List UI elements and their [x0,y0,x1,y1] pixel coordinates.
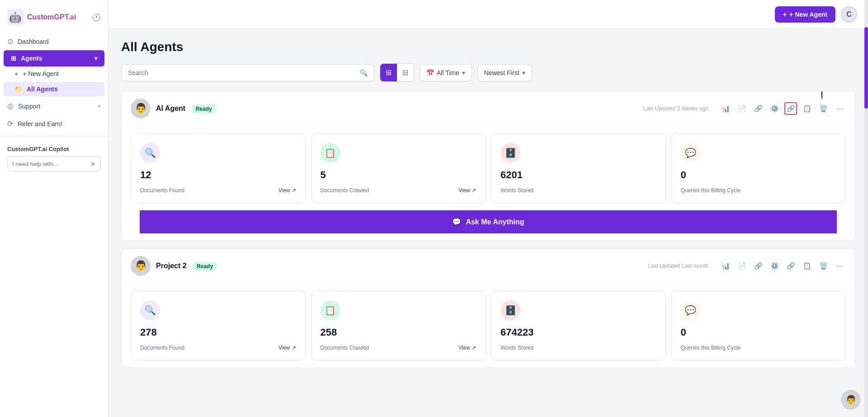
stat-docs-crawled: 📋 5 Documents Crawled View ↗ [311,133,486,203]
user-avatar[interactable]: C [841,6,857,23]
search-input[interactable] [128,69,356,76]
grid-view-button[interactable]: ⊞ [380,64,397,81]
agent-1-stats-icon[interactable]: 📊 [719,102,732,115]
stat-docs-crawled-2-icon-wrap: 📋 [321,300,340,320]
external-link-icon-4: ↗ [472,345,476,351]
agent-1-link-icon[interactable]: 🔗 [752,102,764,115]
stat-docs-crawled-2: 📋 258 Documents Crawled View ↗ [311,291,486,360]
support-chevron-icon: ▾ [98,103,101,109]
arrow-annotation [821,91,822,99]
sidebar-divider [0,136,108,137]
ask-me-anything-bar[interactable]: 💬 Ask Me Anything [140,210,837,233]
sidebar-item-refer[interactable]: ⟳ Refer and Earn! [0,115,108,133]
new-agent-icon: + [14,70,18,77]
stat-docs-crawled-2-view-link[interactable]: View ↗ [458,345,476,351]
copilot-section: CustomGPT.ai Copilot ➤ [0,140,108,177]
stat-docs-found-2: 🔍 278 Documents Found View ↗ [131,291,306,360]
scrollbar-thumb[interactable] [864,27,868,109]
copilot-send-icon[interactable]: ➤ [90,160,96,167]
refer-icon: ⟳ [7,119,13,128]
agent-1-stats-grid: 🔍 12 Documents Found View ↗ 📋 [122,126,855,210]
stat-docs-found: 🔍 12 Documents Found View ↗ [131,133,306,203]
bottom-user-avatar[interactable]: 👨 [841,390,861,410]
agents-icon: ⊞ [11,55,16,62]
agent-2-stats-icon[interactable]: 📊 [719,260,732,272]
stat-docs-crawled-2-row: Documents Crawled View ↗ [321,345,476,351]
agent-2-settings-icon[interactable]: ⚙️ [768,260,781,272]
sidebar-item-support[interactable]: ◎ Support ▾ [0,97,108,115]
external-link-icon-3: ↗ [292,345,296,351]
agent-2-docs-icon[interactable]: 📄 [736,260,748,272]
agent-1-copy-icon[interactable]: 📋 [801,102,813,115]
time-filter-label: All Time [437,69,459,76]
logo-icon: 🤖 [7,9,24,25]
list-view-button[interactable]: ⊟ [397,64,414,81]
agent-1-avatar: 👨 [131,99,151,118]
stat-docs-found-view-link[interactable]: View ↗ [278,187,296,194]
copilot-input[interactable] [12,161,90,167]
toolbar: 🔍 ⊞ ⊟ 📅 All Time ▾ Newest First ▾ [121,63,855,82]
agent-1-settings-icon[interactable]: ⚙️ [768,102,781,115]
stat-words-stored-2-row: Words Stored [500,345,656,351]
stat-docs-crawled-view-link[interactable]: View ↗ [458,187,476,194]
sort-filter[interactable]: Newest First ▾ [477,64,532,81]
stat-docs-crawled-2-label: Documents Crawled [321,345,369,351]
sort-filter-chevron-icon: ▾ [522,69,525,76]
time-filter[interactable]: 📅 All Time ▾ [420,64,472,81]
stat-words-stored-2-label: Words Stored [500,345,533,351]
stat-words-stored-number: 6201 [500,169,656,181]
agent-2-more-icon[interactable]: ⋯ [833,260,846,272]
agent-1-more-icon[interactable]: ⋯ [833,102,846,115]
stat-docs-found-2-row: Documents Found View ↗ [140,345,296,351]
ask-me-anything-label: Ask Me Anything [466,218,524,226]
stat-docs-crawled-row: Documents Crawled View ↗ [321,187,476,194]
document-crawl-icon: 📋 [325,147,336,158]
avatar-letter: C [846,10,852,19]
agent-1-last-updated: Last Updated 3 Weeks ago [643,105,708,112]
external-link-icon-2: ↗ [472,187,476,194]
agent-1-actions: 📊 📄 🔗 ⚙️ 🔗 📋 🗑️ ⋯ [719,102,846,115]
stat-queries: 💬 0 Queries this Billing Cycle [671,133,846,203]
dashboard-icon: ⊙ [7,37,13,46]
agent-1-embed-icon[interactable]: 🔗 [784,102,797,115]
plus-icon: + [783,11,787,18]
clock-icon[interactable]: 🕐 [92,13,101,22]
sidebar-item-dashboard[interactable]: ⊙ Dashboard [0,33,108,50]
stat-docs-found-2-view-link[interactable]: View ↗ [278,345,296,351]
time-filter-chevron-icon: ▾ [462,69,465,76]
stat-words-stored-2: 🗄️ 674223 Words Stored [491,291,666,360]
view-toggle: ⊞ ⊟ [380,63,414,82]
agent-2-embed-icon[interactable]: 🔗 [784,260,797,272]
stat-words-stored: 🗄️ 6201 Words Stored [491,133,666,203]
database-icon: 🗄️ [505,147,516,158]
stat-docs-crawled-label: Documents Crawled [321,187,369,194]
calendar-icon: 📅 [426,69,434,76]
stat-docs-crawled-icon-wrap: 📋 [321,143,340,163]
sidebar-item-support-label: Support [18,103,40,110]
agent-2-name: Project 2 Ready [156,262,642,270]
agent-1-delete-icon[interactable]: 🗑️ [817,102,830,115]
sidebar-item-new-agent[interactable]: + + New Agent [0,66,108,81]
stat-words-stored-2-icon-wrap: 🗄️ [500,300,520,320]
sidebar-item-all-agents[interactable]: 📁 All Agents [4,82,104,96]
stat-docs-found-number: 12 [140,169,296,181]
chevron-down-icon: ▾ [94,55,97,62]
stat-words-stored-icon-wrap: 🗄️ [500,143,520,163]
sidebar-item-new-agent-label: + New Agent [23,70,59,77]
sidebar-item-all-agents-label: All Agents [27,85,58,93]
stat-docs-found-label: Documents Found [140,187,184,194]
new-agent-button[interactable]: + + New Agent [775,6,835,23]
agent-1-name: AI Agent Ready [156,104,637,113]
stat-queries-icon-wrap: 💬 [681,143,701,163]
agent-2-link-icon[interactable]: 🔗 [752,260,764,272]
logo-text: CustomGPT.ai [27,13,76,21]
logo: 🤖 CustomGPT.ai 🕐 [0,7,108,33]
scrollbar-track [864,0,868,417]
agent-2-copy-icon[interactable]: 📋 [801,260,813,272]
sidebar-item-agents-label: Agents [21,55,42,62]
sidebar-item-agents[interactable]: ⊞ Agents ▾ [4,50,104,66]
document-crawl-icon-2: 📋 [325,305,336,316]
agent-card-1-header: 👨 AI Agent Ready Last Updated 3 Weeks ag… [122,91,855,126]
agent-2-delete-icon[interactable]: 🗑️ [817,260,830,272]
agent-1-docs-icon[interactable]: 📄 [736,102,748,115]
